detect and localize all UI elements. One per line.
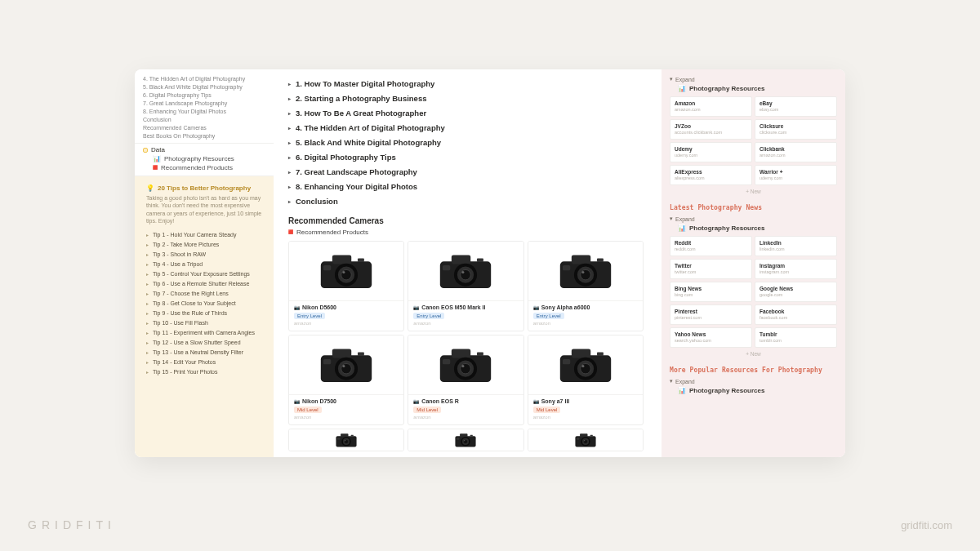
camera-dot-icon: 📷: [413, 304, 419, 310]
content-heading[interactable]: ▸3. How To Be A Great Photographer: [288, 105, 644, 120]
camera-card-peek[interactable]: [408, 429, 523, 451]
resource-card[interactable]: AliExpressaliexpress.com: [670, 165, 752, 185]
tip-item[interactable]: ▸Tip 3 - Shoot in RAW: [146, 250, 264, 260]
sidebar-item-resources[interactable]: Photography Resources: [143, 153, 265, 162]
resources-title-1[interactable]: Photography Resources: [670, 85, 837, 92]
resource-card[interactable]: Tumblrtumblr.com: [755, 327, 837, 348]
tip-item[interactable]: ▸Tip 11 - Experiment with Camera Angles: [146, 328, 264, 338]
resource-title: Tumblr: [760, 331, 832, 337]
tip-item[interactable]: ▸Tip 4 - Use a Tripod: [146, 260, 264, 269]
resource-card[interactable]: Twittertwitter.com: [670, 259, 752, 279]
expand-toggle-2[interactable]: Expand: [670, 214, 837, 224]
chevron-right-icon: ▸: [146, 251, 149, 257]
sidebar-nav-item[interactable]: 7. Great Landscape Photography: [143, 99, 265, 107]
resource-card[interactable]: Bing Newsbing.com: [670, 282, 752, 302]
resource-card[interactable]: JVZooaccounts.clickbank.com: [670, 119, 752, 140]
camera-dot-icon: 📷: [294, 398, 300, 404]
resources-icon: [678, 85, 686, 92]
tip-label: Tip 12 - Use a Slow Shutter Speed: [153, 340, 241, 345]
sidebar-nav-item[interactable]: Conclusion: [143, 115, 265, 123]
new-button-2[interactable]: + New: [670, 348, 837, 358]
heading-text: 3. How To Be A Great Photographer: [296, 109, 426, 118]
resource-url: clicksure.com: [760, 130, 832, 135]
resource-title: Bing News: [675, 286, 747, 291]
recommended-products-subhead[interactable]: Recommended Products: [288, 229, 644, 236]
resource-card[interactable]: Yahoo Newssearch.yahoo.com: [670, 327, 752, 348]
tip-label: Tip 15 - Print Your Photos: [153, 369, 218, 375]
resource-card[interactable]: Clicksureclicksure.com: [755, 119, 837, 140]
content-heading[interactable]: ▸8. Enhancing Your Digital Photos: [288, 179, 644, 193]
tip-item[interactable]: ▸Tip 8 - Get Close to Your Subject: [146, 299, 264, 309]
chevron-right-icon: ▸: [146, 300, 149, 306]
new-button-1[interactable]: + New: [670, 185, 837, 196]
sidebar-nav-list: 4. The Hidden Art of Digital Photography…: [135, 69, 274, 143]
sidebar-nav-item[interactable]: 6. Digital Photography Tips: [143, 91, 265, 99]
resource-title: Pinterest: [675, 309, 747, 314]
resource-card[interactable]: Udemyudemy.com: [670, 142, 752, 162]
brand-watermark-right: gridfiti.com: [901, 519, 952, 531]
camera-dot-icon: 📷: [294, 304, 300, 310]
content-heading[interactable]: ▸1. How To Master Digital Photography: [288, 76, 644, 91]
chevron-right-icon: ▸: [146, 330, 149, 335]
tip-item[interactable]: ▸Tip 2 - Take More Pictures: [146, 240, 264, 250]
content-heading[interactable]: ▸6. Digital Photography Tips: [288, 149, 644, 164]
content-heading[interactable]: ▸7. Great Landscape Photography: [288, 164, 644, 179]
resource-card[interactable]: Redditreddit.com: [670, 236, 752, 256]
chevron-right-icon: ▸: [146, 232, 149, 238]
camera-card-peek[interactable]: [288, 429, 404, 451]
tip-item[interactable]: ▸Tip 1 - Hold Your Camera Steady: [146, 230, 264, 240]
content-heading[interactable]: ▸2. Starting a Photography Business: [288, 91, 644, 105]
chevron-right-icon: ▸: [146, 281, 149, 287]
tip-item[interactable]: ▸Tip 14 - Edit Your Photos: [146, 358, 264, 367]
tip-item[interactable]: ▸Tip 5 - Control Your Exposure Settings: [146, 269, 264, 279]
camera-card[interactable]: 📷Nikon D7500Mid Levelamazon: [288, 335, 404, 425]
tip-item[interactable]: ▸Tip 9 - Use the Rule of Thirds: [146, 309, 264, 318]
chevron-right-icon: ▸: [146, 310, 149, 316]
camera-card-peek[interactable]: [528, 429, 644, 451]
resource-card[interactable]: Google Newsgoogle.com: [755, 282, 837, 302]
main-content[interactable]: ▸1. How To Master Digital Photography▸2.…: [274, 69, 662, 457]
resource-card[interactable]: Amazonamazon.com: [670, 96, 752, 117]
tip-item[interactable]: ▸Tip 12 - Use a Slow Shutter Speed: [146, 338, 264, 348]
resources-title-2[interactable]: Photography Resources: [670, 224, 837, 232]
expand-toggle-3[interactable]: Expand: [670, 376, 837, 387]
tip-label: Tip 11 - Experiment with Camera Angles: [153, 330, 255, 335]
sidebar-item-recommended[interactable]: Recommended Products: [143, 162, 265, 171]
resource-card[interactable]: eBayebay.com: [755, 96, 837, 117]
resource-card[interactable]: Pinterestpinterest.com: [670, 304, 752, 325]
camera-card[interactable]: 📷Canon EOS RMid Levelamazon: [408, 335, 523, 425]
resources-title-3[interactable]: Photography Resources: [670, 387, 837, 394]
sidebar-data-header[interactable]: Data: [143, 146, 265, 153]
resource-card[interactable]: LinkedInlinkedin.com: [755, 236, 837, 256]
sidebar-nav-item[interactable]: 5. Black And White Digital Photography: [143, 82, 265, 91]
sidebar-nav-item[interactable]: 4. The Hidden Art of Digital Photography: [143, 74, 265, 82]
content-heading[interactable]: ▸4. The Hidden Art of Digital Photograph…: [288, 120, 644, 135]
tip-item[interactable]: ▸Tip 13 - Use a Neutral Density Filter: [146, 348, 264, 358]
camera-thumb: [408, 242, 523, 300]
tip-item[interactable]: ▸Tip 7 - Choose the Right Lens: [146, 289, 264, 299]
tip-item[interactable]: ▸Tip 10 - Use Fill Flash: [146, 318, 264, 328]
resource-url: udemy.com: [675, 153, 747, 158]
resource-card[interactable]: Facebookfacebook.com: [755, 304, 837, 325]
camera-card[interactable]: 📷Sony Alpha a6000Entry Levelamazon: [528, 241, 644, 331]
chevron-right-icon: ▸: [288, 81, 291, 87]
camera-card[interactable]: 📷Nikon D5600Entry Levelamazon: [288, 241, 404, 331]
sidebar-nav-item[interactable]: Best Books On Photography: [143, 131, 265, 140]
resource-url: amazon.com: [675, 107, 747, 112]
tip-item[interactable]: ▸Tip 15 - Print Your Photos: [146, 367, 264, 377]
resource-card[interactable]: Clickbankamazon.com: [755, 142, 837, 162]
resource-grid-2: Redditreddit.comLinkedInlinkedin.comTwit…: [670, 236, 837, 348]
camera-card[interactable]: 📷Sony a7 IIIMid Levelamazon: [528, 335, 644, 425]
sidebar-nav-item[interactable]: 8. Enhancing Your Digital Photos: [143, 107, 265, 115]
resource-title: Warrior +: [760, 169, 832, 175]
content-heading[interactable]: ▸5. Black And White Digital Photography: [288, 135, 644, 149]
expand-toggle-1[interactable]: Expand: [670, 74, 837, 85]
tip-item[interactable]: ▸Tip 6 - Use a Remote Shutter Release: [146, 279, 264, 289]
resource-card[interactable]: Instagraminstagram.com: [755, 259, 837, 279]
sidebar-nav-item[interactable]: Recommended Cameras: [143, 123, 265, 131]
tip-label: Tip 10 - Use Fill Flash: [153, 320, 208, 326]
resource-card[interactable]: Warrior +udemy.com: [755, 165, 837, 185]
content-heading[interactable]: ▸Conclusion: [288, 193, 644, 208]
camera-card[interactable]: 📷Canon EOS M50 Mark IIEntry Levelamazon: [408, 241, 523, 331]
chevron-right-icon: ▸: [146, 340, 149, 345]
